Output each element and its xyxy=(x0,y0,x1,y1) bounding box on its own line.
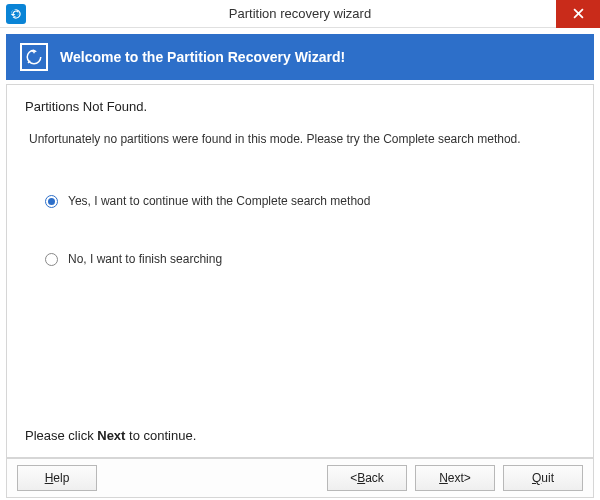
wizard-banner: Welcome to the Partition Recovery Wizard… xyxy=(6,34,594,80)
back-button[interactable]: <BackBack xyxy=(327,465,407,491)
close-button[interactable] xyxy=(556,0,600,28)
radio-icon xyxy=(45,253,58,266)
titlebar: Partition recovery wizard xyxy=(0,0,600,28)
window-title: Partition recovery wizard xyxy=(229,6,371,21)
radio-label: No, I want to finish searching xyxy=(68,252,222,266)
wizard-title: Welcome to the Partition Recovery Wizard… xyxy=(60,49,345,65)
content-subtext: Unfortunately no partitions were found i… xyxy=(29,132,575,146)
wizard-icon xyxy=(20,43,48,71)
option-finish-searching[interactable]: No, I want to finish searching xyxy=(45,252,575,266)
radio-label: Yes, I want to continue with the Complet… xyxy=(68,194,370,208)
instruction-text: Please click Next to continue. xyxy=(25,428,196,443)
wizard-content: Partitions Not Found. Unfortunately no p… xyxy=(6,84,594,458)
wizard-footer: HHelpelp <BackBack Next>Next QuitQuit xyxy=(6,458,594,498)
quit-button[interactable]: QuitQuit xyxy=(503,465,583,491)
help-button[interactable]: HHelpelp xyxy=(17,465,97,491)
radio-icon xyxy=(45,195,58,208)
option-continue-complete-search[interactable]: Yes, I want to continue with the Complet… xyxy=(45,194,575,208)
app-icon xyxy=(6,4,26,24)
next-button[interactable]: Next>Next xyxy=(415,465,495,491)
content-heading: Partitions Not Found. xyxy=(25,99,575,114)
close-icon xyxy=(573,8,584,19)
